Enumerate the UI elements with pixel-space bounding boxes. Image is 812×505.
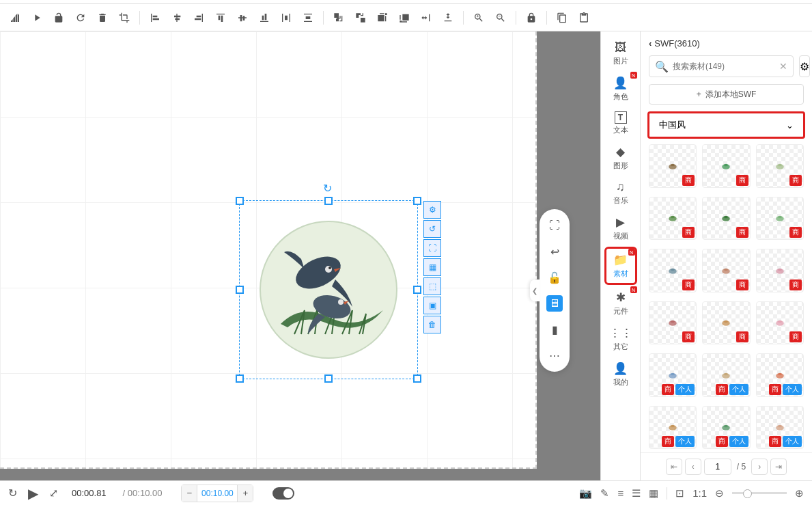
selected-element[interactable]: ↻ <box>239 200 418 379</box>
delete-icon[interactable] <box>93 8 112 27</box>
asset-item[interactable]: 商 <box>702 301 750 345</box>
flip-icon[interactable]: ↩ <box>546 243 563 260</box>
category-component[interactable]: ✱ 元件 N <box>604 286 637 320</box>
asset-item[interactable]: 商 <box>649 197 697 241</box>
collapse-tools-icon[interactable]: ❮ <box>530 279 540 301</box>
asset-item[interactable]: 商 <box>756 197 804 241</box>
align-center-h-icon[interactable] <box>167 8 186 27</box>
context-settings-icon[interactable]: ⚙ <box>423 201 441 219</box>
canvas[interactable]: ↻ <box>0 31 537 469</box>
asset-item[interactable]: 商个人 <box>702 353 750 397</box>
search-box[interactable]: 🔍 ✕ <box>649 55 794 77</box>
style-dropdown[interactable]: 中国风 ⌄ <box>647 111 805 139</box>
space-h-icon[interactable] <box>417 8 436 27</box>
crop-icon[interactable] <box>115 8 134 27</box>
category-text[interactable]: T 文本 <box>604 107 637 139</box>
align-right-icon[interactable] <box>189 8 208 27</box>
asset-item[interactable]: 商 <box>702 144 750 188</box>
duration-increase-button[interactable]: + <box>238 485 253 502</box>
category-shape[interactable]: ◆ 图形 <box>604 141 637 175</box>
page-next-button[interactable]: › <box>751 459 768 475</box>
asset-item[interactable]: 商 <box>756 144 804 188</box>
context-rotate-icon[interactable]: ↺ <box>423 220 441 238</box>
play-icon[interactable]: ▶ <box>28 485 38 502</box>
category-video[interactable]: ▶ 视频 <box>604 211 637 245</box>
page-input[interactable] <box>704 459 731 475</box>
space-v-icon[interactable] <box>438 8 458 27</box>
add-local-button[interactable]: + 添加本地SWF <box>649 84 804 105</box>
rotation-handle[interactable]: ↻ <box>323 182 332 195</box>
category-image[interactable]: 🖼 图片 <box>604 37 637 70</box>
asset-item[interactable]: 商个人 <box>649 406 697 450</box>
edit-icon[interactable]: ✎ <box>600 487 609 500</box>
bring-front-icon[interactable] <box>329 8 348 27</box>
context-delete-icon[interactable]: 🗑 <box>423 316 441 333</box>
layers-icon[interactable]: ≡ <box>617 487 624 499</box>
category-assets[interactable]: 📁 素材 N <box>604 247 637 285</box>
clear-icon[interactable]: ✕ <box>779 61 787 72</box>
category-role[interactable]: 👤 角色 N <box>604 72 637 106</box>
grid-tool-icon[interactable]: ▦ <box>649 487 658 500</box>
more-icon[interactable]: ⋯ <box>546 347 563 364</box>
distribute-v-icon[interactable] <box>298 8 318 27</box>
zoom-plus-icon[interactable]: ⊕ <box>795 487 804 500</box>
asset-item[interactable]: 商个人 <box>756 406 804 450</box>
actual-size-icon[interactable]: 1:1 <box>692 487 707 499</box>
category-other[interactable]: ⋮⋮ 其它 <box>604 322 637 356</box>
category-mine[interactable]: 👤 我的 <box>604 357 637 392</box>
asset-item[interactable]: 商个人 <box>702 406 750 450</box>
page-last-button[interactable]: ⇥ <box>770 459 787 475</box>
asset-item[interactable]: 商 <box>649 249 697 292</box>
loop-toggle[interactable] <box>272 487 294 500</box>
fit-icon[interactable]: ⊡ <box>675 487 684 500</box>
expand-icon[interactable]: ⤢ <box>49 487 58 500</box>
context-bounds-icon[interactable]: ⬚ <box>423 277 441 295</box>
duration-input[interactable] <box>197 485 238 502</box>
align-center-v-icon[interactable] <box>233 8 252 27</box>
asset-item[interactable]: 商个人 <box>756 353 804 397</box>
zoom-in-icon[interactable] <box>469 8 488 27</box>
display-icon[interactable]: 🖥 <box>546 295 563 312</box>
history-icon[interactable]: ↻ <box>8 487 17 500</box>
align-left-icon[interactable] <box>145 8 165 27</box>
align-bottom-icon[interactable] <box>255 8 274 27</box>
category-music[interactable]: ♫ 音乐 <box>604 176 637 210</box>
unlock-icon[interactable]: 🔓 <box>546 269 563 286</box>
asset-item[interactable]: 商个人 <box>649 353 697 397</box>
copy-icon[interactable] <box>552 8 572 27</box>
asset-item[interactable]: 商 <box>702 197 750 241</box>
context-mask-icon[interactable]: ▦ <box>423 258 441 276</box>
search-input[interactable] <box>673 62 775 71</box>
send-back-icon[interactable] <box>351 8 370 27</box>
asset-item[interactable]: 商 <box>649 144 697 188</box>
layer-up-icon[interactable] <box>373 8 392 27</box>
lock-open-icon[interactable] <box>49 8 68 27</box>
zoom-out-icon[interactable] <box>491 8 510 27</box>
paste-icon[interactable] <box>574 8 593 27</box>
asset-item[interactable]: 商 <box>649 301 697 345</box>
page-first-button[interactable]: ⇤ <box>666 459 682 475</box>
distribute-h-icon[interactable] <box>277 8 296 27</box>
align-top-icon[interactable] <box>211 8 230 27</box>
context-replace-icon[interactable]: ▣ <box>423 297 441 314</box>
filter-tool-icon[interactable]: ☰ <box>632 487 641 500</box>
refresh-icon[interactable] <box>71 8 90 27</box>
zoom-minus-icon[interactable]: ⊖ <box>715 487 724 500</box>
layer-down-icon[interactable] <box>395 8 414 27</box>
fullscreen-icon[interactable]: ⛶ <box>546 217 563 234</box>
asset-item[interactable]: 商 <box>702 249 750 292</box>
filter-button[interactable]: ⚙ <box>799 55 810 77</box>
back-chevron-icon[interactable]: ‹ <box>649 38 652 49</box>
page-prev-button[interactable]: ‹ <box>685 459 701 475</box>
asset-item[interactable]: 商 <box>756 301 804 345</box>
lock-icon[interactable] <box>522 8 541 27</box>
zoom-slider[interactable] <box>732 492 787 494</box>
preview-icon[interactable] <box>27 8 46 27</box>
camera-icon[interactable]: 📷 <box>579 487 592 500</box>
flip-horizontal-icon[interactable] <box>5 8 25 27</box>
asset-item[interactable]: 商 <box>756 249 804 292</box>
mobile-icon[interactable]: ▮ <box>546 321 563 338</box>
panel-header[interactable]: ‹ SWF(3610) <box>641 31 812 55</box>
duration-decrease-button[interactable]: − <box>182 485 197 502</box>
context-fit-icon[interactable]: ⛶ <box>423 239 441 257</box>
